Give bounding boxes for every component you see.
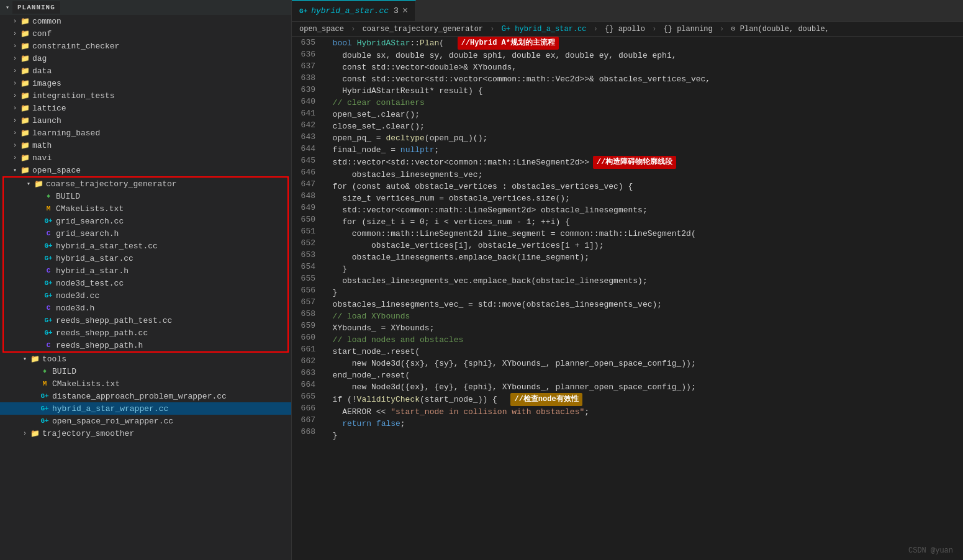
sidebar-item-hybrid_a_star.h[interactable]: Chybrid_a_star.h: [4, 264, 287, 277]
tab-hybrid-a-star[interactable]: G+ hybrid_a_star.cc 3 ×: [292, 0, 416, 22]
code-line-647: for (const auto& obstacle_vertices : obs…: [323, 181, 951, 192]
code-line-664: new Node3d({ex}, {ey}, {ephi}, XYbounds_…: [323, 381, 951, 393]
cmake-icon: M: [40, 379, 50, 389]
sidebar-label-hybrid_a_star_test.cc: hybrid_a_star_test.cc: [56, 242, 158, 251]
folder-icon: 📁: [20, 53, 30, 63]
sidebar-item-common[interactable]: ›📁common: [0, 15, 291, 27]
code-line-662: new Node3d({sx}, {sy}, {sphi}, XYbounds_…: [323, 358, 951, 369]
folder-icon: 📁: [20, 140, 30, 150]
sidebar-label-hybrid_a_star.h: hybrid_a_star.h: [56, 266, 129, 276]
sidebar-item-images[interactable]: ›📁images: [0, 77, 291, 89]
sidebar-label-grid_search.h: grid_search.h: [56, 229, 119, 238]
code-line-663: end_node_.reset(: [323, 369, 951, 381]
chevron-navi: ›: [10, 153, 20, 163]
sidebar-item-tools-CMakeLists.txt[interactable]: MCMakeLists.txt: [0, 377, 291, 390]
sidebar-item-coarse_trajectory_generator[interactable]: ▾📁coarse_trajectory_generator: [4, 178, 287, 190]
sidebar-item-distance_approach_problem_wrapper.cc[interactable]: G+distance_approach_problem_wrapper.cc: [0, 390, 291, 402]
sidebar-item-learning_based[interactable]: ›📁learning_based: [0, 127, 291, 139]
spacer-reeds_shepp_path.cc: [34, 328, 43, 338]
tab-number: 3: [394, 6, 399, 16]
chevron-open_space: ▾: [10, 165, 20, 175]
folder-icon: 📁: [20, 91, 30, 101]
spacer-node3d_test.cc: [34, 278, 43, 288]
sidebar-label-open_space_roi_wrapper.cc: open_space_roi_wrapper.cc: [52, 417, 173, 426]
folder-icon: 📁: [20, 29, 30, 38]
line-num-656: 656: [297, 284, 315, 296]
sidebar-item-conf[interactable]: ›📁conf: [0, 27, 291, 40]
line-num-654: 654: [297, 261, 315, 273]
code-line-659: XYbounds_ = XYbounds;: [323, 322, 951, 334]
sidebar-label-open_space: open_space: [32, 166, 81, 175]
chevron-dag: ›: [10, 53, 20, 63]
sidebar-item-tools[interactable]: ▾📁tools: [0, 353, 291, 365]
sidebar-item-open_space_roi_wrapper.cc[interactable]: G+open_space_roi_wrapper.cc: [0, 415, 291, 427]
sidebar-item-grid_search.cc[interactable]: G+grid_search.cc: [4, 215, 287, 227]
sidebar-item-reeds_shepp_path.cc[interactable]: G+reeds_shepp_path.cc: [4, 327, 287, 339]
code-line-645: std::vector<std::vector<common::math::Li…: [323, 156, 951, 169]
code-line-640: // clear containers: [323, 97, 951, 109]
tab-close-button[interactable]: ×: [402, 6, 409, 16]
sidebar-item-node3d.h[interactable]: Cnode3d.h: [4, 302, 287, 314]
sidebar-label-trajectory_smoother: trajectory_smoother: [42, 429, 134, 438]
spacer-reeds_shepp_path_test.cc: [34, 315, 43, 325]
sidebar-item-integration_tests[interactable]: ›📁integration_tests: [0, 89, 291, 102]
line-num-640: 640: [297, 96, 315, 107]
sidebar-item-BUILD[interactable]: ♦BUILD: [4, 190, 287, 202]
sidebar-item-open_space[interactable]: ▾📁open_space: [0, 164, 291, 176]
spacer-hybrid_a_star.cc: [34, 253, 43, 263]
sidebar-item-hybrid_a_star_test.cc[interactable]: G+hybrid_a_star_test.cc: [4, 240, 287, 252]
spacer-hybrid_a_star_wrapper.cc: [30, 404, 40, 413]
sidebar-item-reeds_shepp_path.h[interactable]: Creeds_shepp_path.h: [4, 339, 287, 351]
code-line-637: const std::vector<double>& XYbounds,: [323, 61, 951, 73]
chevron-constraint_checker: ›: [10, 41, 20, 51]
code-container: 6356366376386396406416426436446456466476…: [292, 37, 963, 560]
line-num-637: 637: [297, 60, 315, 72]
code-line-636: double sx, double sy, double sphi, doubl…: [323, 50, 951, 61]
sidebar-item-lattice[interactable]: ›📁lattice: [0, 102, 291, 114]
sidebar-item-tools-BUILD[interactable]: ♦BUILD: [0, 365, 291, 377]
sidebar-item-math[interactable]: ›📁math: [0, 139, 291, 151]
sidebar-label-node3d_test.cc: node3d_test.cc: [56, 279, 124, 288]
sidebar-item-node3d_test.cc[interactable]: G+node3d_test.cc: [4, 277, 287, 289]
sidebar-label-reeds_shepp_path.h: reeds_shepp_path.h: [56, 341, 143, 350]
sidebar-item-hybrid_a_star_wrapper.cc[interactable]: G+hybrid_a_star_wrapper.cc: [0, 402, 291, 415]
code-line-643: open_pq_ = decltype(open_pq_)();: [323, 132, 951, 144]
sidebar-item-navi[interactable]: ›📁navi: [0, 151, 291, 164]
sidebar-label-BUILD: BUILD: [56, 192, 80, 201]
code-line-648: size_t vertices_num = obstacle_vertices.…: [323, 192, 951, 204]
watermark: CSDN @yuan: [908, 546, 953, 555]
sidebar-label-lattice: lattice: [32, 104, 66, 113]
folder-icon: 📁: [20, 78, 30, 88]
sidebar-item-dag[interactable]: ›📁dag: [0, 52, 291, 65]
sidebar-item-CMakeLists.txt[interactable]: MCMakeLists.txt: [4, 202, 287, 215]
line-num-638: 638: [297, 72, 315, 84]
sidebar-item-grid_search.h[interactable]: Cgrid_search.h: [4, 227, 287, 240]
sidebar-label-tools: tools: [42, 355, 66, 364]
folder-icon: 📁: [20, 41, 30, 51]
file-explorer[interactable]: ▾ PLANNING ›📁common›📁conf›📁constraint_ch…: [0, 0, 292, 560]
line-num-651: 651: [297, 225, 315, 237]
cc-icon: G+: [43, 241, 53, 251]
tab-icon: G+: [299, 7, 307, 15]
sidebar-item-reeds_shepp_path_test.cc[interactable]: G+reeds_shepp_path_test.cc: [4, 314, 287, 327]
code-content[interactable]: bool HybridAStar::Plan( //Hybrid A*规划的主流…: [323, 37, 963, 560]
code-line-642: close_set_.clear();: [323, 120, 951, 132]
cc-icon: G+: [43, 315, 53, 325]
chevron-lattice: ›: [10, 103, 20, 113]
sidebar-item-data[interactable]: ›📁data: [0, 65, 291, 77]
code-line-661: start_node_.reset(: [323, 346, 951, 358]
code-line-665: if (!ValidityCheck(start_node_)) { //检查n…: [323, 393, 951, 406]
folder-icon: 📁: [20, 115, 30, 125]
line-num-667: 667: [297, 414, 315, 426]
sidebar-item-trajectory_smoother[interactable]: ›📁trajectory_smoother: [0, 427, 291, 440]
line-num-668: 668: [297, 426, 315, 438]
chevron-images: ›: [10, 78, 20, 88]
sidebar-item-constraint_checker[interactable]: ›📁constraint_checker: [0, 40, 291, 52]
sidebar-item-node3d.cc[interactable]: G+node3d.cc: [4, 289, 287, 302]
code-line-667: return false;: [323, 418, 951, 430]
code-line-641: open_set_.clear();: [323, 109, 951, 120]
sidebar-item-hybrid_a_star.cc[interactable]: G+hybrid_a_star.cc: [4, 252, 287, 264]
sidebar-item-launch[interactable]: ›📁launch: [0, 114, 291, 127]
tab-filename: hybrid_a_star.cc: [311, 6, 389, 16]
folder-icon: 📁: [20, 153, 30, 163]
